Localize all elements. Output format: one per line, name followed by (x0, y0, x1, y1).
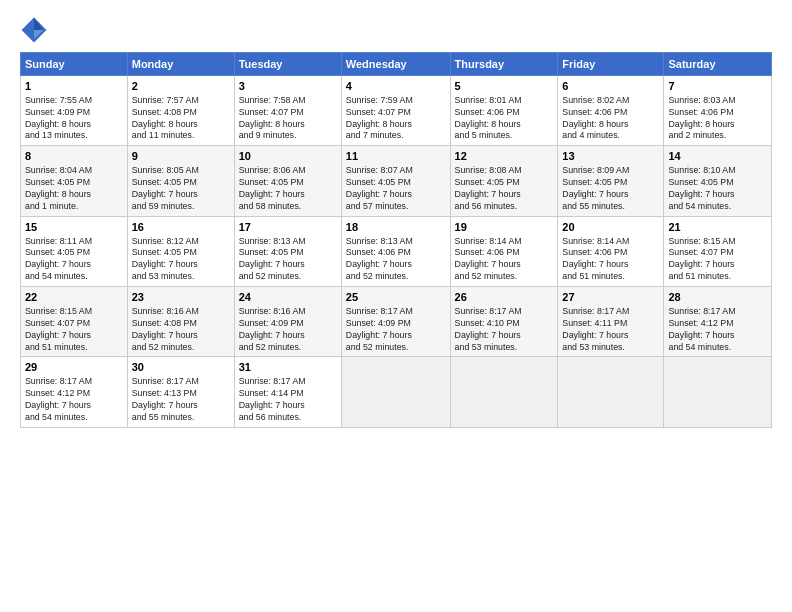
table-row: 9Sunrise: 8:05 AMSunset: 4:05 PMDaylight… (127, 146, 234, 216)
col-wednesday: Wednesday (341, 53, 450, 76)
col-monday: Monday (127, 53, 234, 76)
logo (20, 16, 52, 44)
day-info: Sunrise: 8:17 AMSunset: 4:11 PMDaylight:… (562, 306, 659, 354)
day-number: 31 (239, 360, 337, 375)
day-info: Sunrise: 7:58 AMSunset: 4:07 PMDaylight:… (239, 95, 337, 143)
day-info: Sunrise: 8:12 AMSunset: 4:05 PMDaylight:… (132, 236, 230, 284)
header-row: Sunday Monday Tuesday Wednesday Thursday… (21, 53, 772, 76)
table-row (664, 357, 772, 427)
day-number: 16 (132, 220, 230, 235)
table-row: 19Sunrise: 8:14 AMSunset: 4:06 PMDayligh… (450, 216, 558, 286)
col-tuesday: Tuesday (234, 53, 341, 76)
col-thursday: Thursday (450, 53, 558, 76)
calendar-row: 29Sunrise: 8:17 AMSunset: 4:12 PMDayligh… (21, 357, 772, 427)
day-info: Sunrise: 8:10 AMSunset: 4:05 PMDaylight:… (668, 165, 767, 213)
day-number: 13 (562, 149, 659, 164)
general-blue-icon (20, 16, 48, 44)
day-number: 20 (562, 220, 659, 235)
day-info: Sunrise: 7:59 AMSunset: 4:07 PMDaylight:… (346, 95, 446, 143)
day-number: 8 (25, 149, 123, 164)
day-info: Sunrise: 8:15 AMSunset: 4:07 PMDaylight:… (668, 236, 767, 284)
table-row: 21Sunrise: 8:15 AMSunset: 4:07 PMDayligh… (664, 216, 772, 286)
header (20, 16, 772, 44)
table-row: 14Sunrise: 8:10 AMSunset: 4:05 PMDayligh… (664, 146, 772, 216)
day-number: 17 (239, 220, 337, 235)
day-info: Sunrise: 8:04 AMSunset: 4:05 PMDaylight:… (25, 165, 123, 213)
day-info: Sunrise: 8:01 AMSunset: 4:06 PMDaylight:… (455, 95, 554, 143)
table-row (450, 357, 558, 427)
calendar-row: 15Sunrise: 8:11 AMSunset: 4:05 PMDayligh… (21, 216, 772, 286)
table-row: 17Sunrise: 8:13 AMSunset: 4:05 PMDayligh… (234, 216, 341, 286)
day-info: Sunrise: 7:55 AMSunset: 4:09 PMDaylight:… (25, 95, 123, 143)
day-number: 9 (132, 149, 230, 164)
table-row: 26Sunrise: 8:17 AMSunset: 4:10 PMDayligh… (450, 287, 558, 357)
table-row: 29Sunrise: 8:17 AMSunset: 4:12 PMDayligh… (21, 357, 128, 427)
day-number: 29 (25, 360, 123, 375)
day-number: 2 (132, 79, 230, 94)
day-number: 15 (25, 220, 123, 235)
col-friday: Friday (558, 53, 664, 76)
table-row: 22Sunrise: 8:15 AMSunset: 4:07 PMDayligh… (21, 287, 128, 357)
day-info: Sunrise: 8:07 AMSunset: 4:05 PMDaylight:… (346, 165, 446, 213)
table-row: 18Sunrise: 8:13 AMSunset: 4:06 PMDayligh… (341, 216, 450, 286)
calendar-row: 1Sunrise: 7:55 AMSunset: 4:09 PMDaylight… (21, 76, 772, 146)
page: Sunday Monday Tuesday Wednesday Thursday… (0, 0, 792, 612)
day-number: 25 (346, 290, 446, 305)
day-number: 10 (239, 149, 337, 164)
day-number: 6 (562, 79, 659, 94)
day-info: Sunrise: 8:17 AMSunset: 4:09 PMDaylight:… (346, 306, 446, 354)
day-info: Sunrise: 8:17 AMSunset: 4:12 PMDaylight:… (25, 376, 123, 424)
table-row: 4Sunrise: 7:59 AMSunset: 4:07 PMDaylight… (341, 76, 450, 146)
day-info: Sunrise: 8:16 AMSunset: 4:08 PMDaylight:… (132, 306, 230, 354)
day-info: Sunrise: 8:02 AMSunset: 4:06 PMDaylight:… (562, 95, 659, 143)
day-info: Sunrise: 8:14 AMSunset: 4:06 PMDaylight:… (455, 236, 554, 284)
day-number: 3 (239, 79, 337, 94)
table-row (341, 357, 450, 427)
day-number: 4 (346, 79, 446, 94)
day-info: Sunrise: 8:08 AMSunset: 4:05 PMDaylight:… (455, 165, 554, 213)
table-row: 31Sunrise: 8:17 AMSunset: 4:14 PMDayligh… (234, 357, 341, 427)
calendar-row: 22Sunrise: 8:15 AMSunset: 4:07 PMDayligh… (21, 287, 772, 357)
day-number: 27 (562, 290, 659, 305)
table-row: 24Sunrise: 8:16 AMSunset: 4:09 PMDayligh… (234, 287, 341, 357)
day-number: 19 (455, 220, 554, 235)
table-row: 7Sunrise: 8:03 AMSunset: 4:06 PMDaylight… (664, 76, 772, 146)
day-info: Sunrise: 7:57 AMSunset: 4:08 PMDaylight:… (132, 95, 230, 143)
table-row: 16Sunrise: 8:12 AMSunset: 4:05 PMDayligh… (127, 216, 234, 286)
table-row: 30Sunrise: 8:17 AMSunset: 4:13 PMDayligh… (127, 357, 234, 427)
day-number: 14 (668, 149, 767, 164)
day-number: 21 (668, 220, 767, 235)
day-number: 12 (455, 149, 554, 164)
day-info: Sunrise: 8:05 AMSunset: 4:05 PMDaylight:… (132, 165, 230, 213)
day-number: 26 (455, 290, 554, 305)
table-row: 10Sunrise: 8:06 AMSunset: 4:05 PMDayligh… (234, 146, 341, 216)
day-number: 18 (346, 220, 446, 235)
day-number: 11 (346, 149, 446, 164)
day-info: Sunrise: 8:17 AMSunset: 4:13 PMDaylight:… (132, 376, 230, 424)
day-number: 28 (668, 290, 767, 305)
day-number: 23 (132, 290, 230, 305)
calendar-table: Sunday Monday Tuesday Wednesday Thursday… (20, 52, 772, 428)
day-info: Sunrise: 8:11 AMSunset: 4:05 PMDaylight:… (25, 236, 123, 284)
day-info: Sunrise: 8:17 AMSunset: 4:10 PMDaylight:… (455, 306, 554, 354)
day-info: Sunrise: 8:13 AMSunset: 4:06 PMDaylight:… (346, 236, 446, 284)
table-row: 23Sunrise: 8:16 AMSunset: 4:08 PMDayligh… (127, 287, 234, 357)
day-info: Sunrise: 8:17 AMSunset: 4:12 PMDaylight:… (668, 306, 767, 354)
table-row: 11Sunrise: 8:07 AMSunset: 4:05 PMDayligh… (341, 146, 450, 216)
day-number: 7 (668, 79, 767, 94)
col-sunday: Sunday (21, 53, 128, 76)
table-row: 15Sunrise: 8:11 AMSunset: 4:05 PMDayligh… (21, 216, 128, 286)
table-row: 25Sunrise: 8:17 AMSunset: 4:09 PMDayligh… (341, 287, 450, 357)
day-number: 22 (25, 290, 123, 305)
table-row: 12Sunrise: 8:08 AMSunset: 4:05 PMDayligh… (450, 146, 558, 216)
day-info: Sunrise: 8:17 AMSunset: 4:14 PMDaylight:… (239, 376, 337, 424)
calendar-row: 8Sunrise: 8:04 AMSunset: 4:05 PMDaylight… (21, 146, 772, 216)
table-row: 13Sunrise: 8:09 AMSunset: 4:05 PMDayligh… (558, 146, 664, 216)
table-row (558, 357, 664, 427)
table-row: 2Sunrise: 7:57 AMSunset: 4:08 PMDaylight… (127, 76, 234, 146)
table-row: 20Sunrise: 8:14 AMSunset: 4:06 PMDayligh… (558, 216, 664, 286)
day-number: 30 (132, 360, 230, 375)
table-row: 28Sunrise: 8:17 AMSunset: 4:12 PMDayligh… (664, 287, 772, 357)
table-row: 5Sunrise: 8:01 AMSunset: 4:06 PMDaylight… (450, 76, 558, 146)
day-info: Sunrise: 8:06 AMSunset: 4:05 PMDaylight:… (239, 165, 337, 213)
